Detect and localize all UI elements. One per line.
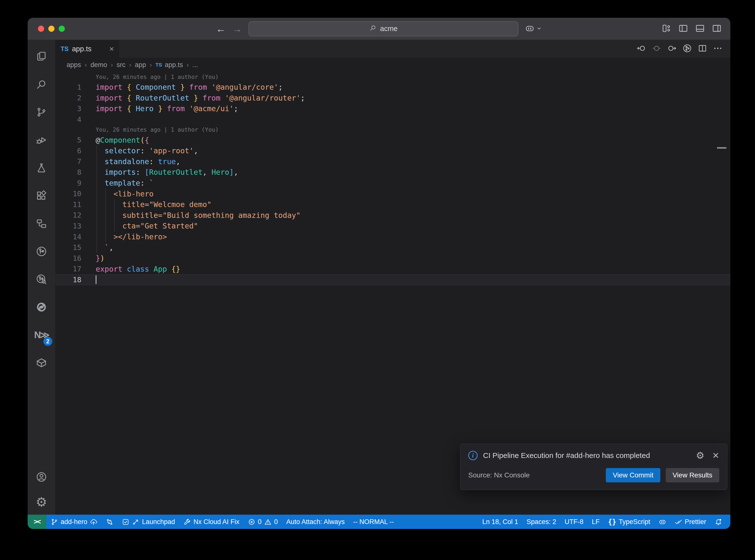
code-line[interactable]: 10 <lib-hero	[55, 188, 730, 199]
status-item-indentation[interactable]: Spaces: 2	[522, 515, 560, 529]
code-line[interactable]: 15 `,	[55, 242, 730, 253]
commit-graph-button[interactable]	[680, 42, 694, 56]
status-item-notifications-bell[interactable]	[710, 515, 727, 529]
activity-item-nx-console[interactable]: N≫2	[27, 321, 55, 349]
line-number: 16	[55, 254, 81, 262]
split-editor-button[interactable]	[696, 42, 709, 56]
code-line[interactable]: 9 template: `	[55, 178, 730, 188]
status-item-nx-cloud-ai-fix[interactable]: Nx Cloud AI Fix	[179, 515, 244, 529]
typescript-file-icon: TS	[155, 62, 162, 68]
notification-close-icon[interactable]: ✕	[712, 451, 719, 460]
gitlens-icon	[36, 245, 47, 257]
remote-indicator[interactable]: ><	[27, 515, 46, 529]
view-commit-button[interactable]: View Commit	[606, 468, 660, 482]
code-line[interactable]: 7 standalone: true,	[55, 156, 730, 167]
activity-item-containers[interactable]	[27, 349, 55, 377]
close-window-button[interactable]	[38, 26, 44, 32]
code-line[interactable]: 4	[55, 114, 730, 125]
org-chart-icon	[36, 218, 47, 229]
panel-bottom-icon	[695, 23, 705, 35]
history-back-button[interactable]: ←	[216, 24, 226, 34]
status-item-launchpad[interactable]: Launchpad	[118, 515, 179, 529]
toggle-panel-button[interactable]	[693, 22, 707, 36]
status-item-vim-mode[interactable]: -- NORMAL --	[349, 515, 398, 529]
activity-item-source-control[interactable]	[27, 98, 55, 126]
code-line[interactable]: 2import { RouterOutlet } from '@angular/…	[55, 93, 730, 103]
status-text: Prettier	[685, 518, 706, 526]
code-line[interactable]: 5@Component({	[55, 135, 730, 145]
arrow-branch-icon	[132, 518, 140, 526]
code-line[interactable]: 14 ></lib-hero>	[55, 232, 730, 242]
status-item-encoding[interactable]: UTF-8	[560, 515, 588, 529]
toggle-secondary-sidebar-button[interactable]	[710, 22, 724, 36]
zoom-window-button[interactable]	[59, 26, 65, 32]
breadcrumb-separator: ›	[150, 61, 152, 68]
toggle-primary-sidebar-button[interactable]	[676, 22, 690, 36]
code-line[interactable]: 8 imports: [RouterOutlet, Hero],	[55, 167, 730, 178]
status-item-cursor-position[interactable]: Ln 18, Col 1	[478, 515, 522, 529]
code-line[interactable]: 11 title="Welcmoe demo"	[55, 199, 730, 210]
line-number: 3	[55, 104, 81, 113]
breadcrumb-item[interactable]: app.ts	[165, 61, 183, 69]
command-center-search[interactable]: acme	[249, 21, 519, 37]
breadcrumb-item[interactable]: demo	[91, 61, 107, 69]
run-debug-icon	[36, 134, 47, 146]
code-line[interactable]: 1import { Component } from '@angular/cor…	[55, 82, 730, 93]
status-item-copilot[interactable]	[654, 515, 671, 529]
info-icon: i	[468, 451, 478, 460]
ellipsis-icon	[713, 43, 723, 54]
activity-item-gitlens-inspect[interactable]	[27, 265, 55, 293]
activity-item-console-ninja[interactable]	[27, 293, 55, 321]
layout-icon	[661, 23, 672, 35]
activity-item-extensions[interactable]	[27, 182, 55, 209]
notification-toast: i CI Pipeline Execution for #add-hero ha…	[460, 444, 728, 490]
nav-back-change-button[interactable]	[635, 42, 648, 56]
more-actions-button[interactable]	[711, 42, 724, 56]
activity-item-testing[interactable]	[27, 154, 55, 182]
tab-close-button[interactable]: ×	[109, 44, 114, 54]
code-line[interactable]: 16})	[55, 253, 730, 264]
status-text: UTF-8	[565, 518, 584, 526]
git-blame-annotation: You, 26 minutes ago | 1 author (You)	[55, 72, 730, 82]
history-forward-button[interactable]: →	[232, 24, 242, 34]
activity-item-search[interactable]	[27, 70, 55, 98]
code-line[interactable]: 13 cta="Get Started"	[55, 221, 730, 232]
search-icon	[36, 78, 47, 90]
copilot-icon	[659, 518, 666, 526]
minimize-window-button[interactable]	[48, 26, 55, 32]
code-line[interactable]: 6 selector: 'app-root',	[55, 145, 730, 156]
status-item-eol[interactable]: LF	[588, 515, 604, 529]
code-line[interactable]: 17export class App {}	[55, 264, 730, 275]
code-text: template: `	[81, 179, 154, 187]
breadcrumb-item[interactable]: src	[117, 61, 125, 69]
customize-layout-button[interactable]	[659, 22, 674, 36]
tab-app-ts[interactable]: TS app.ts ×	[55, 40, 119, 58]
nav-forward-change-button[interactable]	[665, 42, 679, 56]
line-number: 5	[55, 136, 81, 144]
breadcrumb-item[interactable]: apps	[66, 61, 81, 69]
activity-item-project-details[interactable]	[27, 209, 55, 237]
status-item-auto-attach[interactable]: Auto Attach: Always	[282, 515, 349, 529]
view-results-button[interactable]: View Results	[666, 468, 719, 482]
activity-item-settings[interactable]: ⚙	[27, 489, 55, 515]
activity-item-explorer[interactable]	[27, 42, 55, 70]
breadcrumb-item[interactable]: ...	[192, 61, 198, 69]
status-item-problems[interactable]: 00	[244, 515, 282, 529]
status-item-language-mode[interactable]: {}TypeScript	[604, 515, 654, 529]
status-item-compare[interactable]	[102, 515, 118, 529]
activity-item-run-and-debug[interactable]	[27, 126, 55, 154]
notification-settings-gear-icon[interactable]: ⚙	[696, 451, 704, 460]
code-text: selector: 'app-root',	[81, 146, 198, 155]
breadcrumb-item[interactable]: app	[135, 61, 146, 69]
code-line[interactable]: 12 subtitle="Build something amazing tod…	[55, 210, 730, 221]
status-item-branch[interactable]: add-hero	[46, 515, 102, 529]
code-line[interactable]: 3import { Hero } from '@acme/ui';	[55, 103, 730, 114]
nav-current-change-button[interactable]	[650, 42, 663, 56]
status-bar: >< add-heroLaunchpadNx Cloud AI Fix00Aut…	[27, 515, 730, 529]
status-item-formatter-prettier[interactable]: Prettier	[671, 515, 710, 529]
status-text: add-hero	[61, 518, 87, 526]
activity-item-gitlens[interactable]	[27, 237, 55, 265]
copilot-menu-button[interactable]	[525, 23, 542, 34]
code-line[interactable]: 18	[55, 274, 730, 285]
activity-item-accounts[interactable]	[27, 464, 55, 489]
